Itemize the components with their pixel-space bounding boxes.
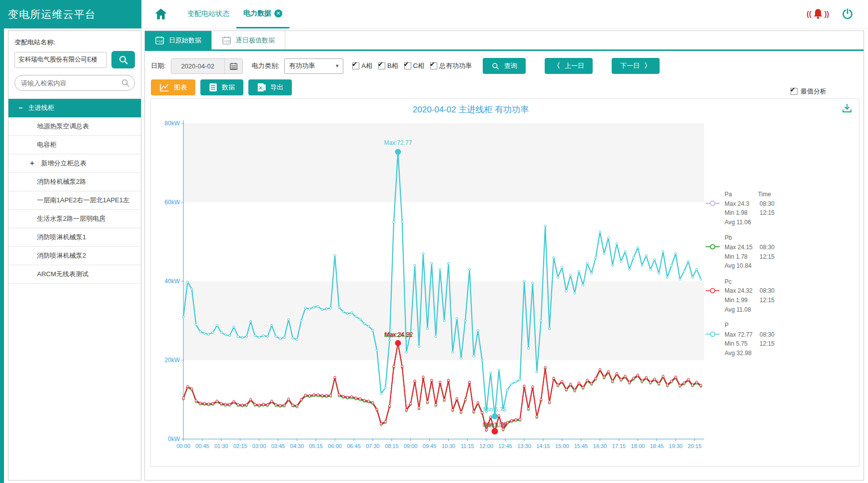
- data-point-marker: [325, 308, 327, 310]
- data-point-marker: [405, 409, 407, 411]
- data-point-marker: [229, 403, 231, 405]
- data-point-marker: [237, 336, 239, 338]
- tree-item[interactable]: 消防栓机械泵2路: [8, 173, 141, 191]
- legend-stat-row: Max 24.308:30: [725, 199, 795, 209]
- legend-stat-row: Max 24.1508:30: [725, 243, 795, 252]
- data-point-marker: [624, 375, 626, 377]
- header-icons: (( )): [807, 7, 868, 20]
- phase-checkbox[interactable]: ✔A相: [352, 61, 372, 70]
- phase-checkbox[interactable]: ✔总有功功率: [430, 61, 472, 70]
- subtab-label: 日原始数据: [169, 36, 201, 45]
- legend-marker-icon: [706, 200, 720, 206]
- station-name-input[interactable]: [14, 52, 107, 68]
- data-point-marker: [557, 384, 559, 386]
- data-point-marker: [334, 377, 336, 379]
- phase-checkbox[interactable]: ✔B相: [378, 61, 398, 70]
- check-icon: ✔: [352, 61, 357, 68]
- data-point-marker: [296, 405, 298, 407]
- checkbox-box[interactable]: ✔: [378, 62, 385, 69]
- data-point-marker: [519, 418, 521, 420]
- query-button[interactable]: 查询: [483, 58, 526, 74]
- collapse-icon[interactable]: −: [18, 104, 22, 112]
- data-point-marker: [317, 394, 319, 396]
- power-icon: [841, 7, 854, 20]
- expand-icon[interactable]: ＋: [28, 159, 35, 168]
- data-point-marker: [191, 288, 193, 290]
- tree-item[interactable]: ＋新增分立柜总表: [8, 154, 141, 173]
- checkbox-box[interactable]: ✔: [404, 62, 411, 69]
- data-point-marker: [182, 397, 184, 399]
- tree-item[interactable]: 一层南1APE2右一层北1APE1左: [8, 191, 141, 210]
- extreme-point-dot: [492, 414, 498, 420]
- next-day-button[interactable]: 下一日 〉: [612, 58, 660, 74]
- alarm-bell-button[interactable]: (( )): [807, 7, 829, 20]
- check-icon: ✔: [378, 61, 383, 68]
- subtab-daily-extreme-data[interactable]: +1M 逐日极值数据: [211, 31, 285, 49]
- phase-checkbox[interactable]: ✔C相: [404, 61, 424, 70]
- x-axis-tick-label: 06:45: [347, 443, 361, 449]
- x-axis-tick-label: 05:15: [309, 443, 323, 449]
- date-picker-button[interactable]: [224, 59, 242, 73]
- data-point-marker: [258, 336, 260, 338]
- tree-item-label: 消防喷淋机械泵1: [37, 233, 86, 242]
- prev-day-button[interactable]: 〈 上一日: [545, 58, 593, 74]
- data-point-marker: [191, 388, 193, 390]
- checkbox-box[interactable]: ✔: [352, 62, 359, 69]
- data-view-button[interactable]: 数据: [200, 79, 243, 95]
- tree-item[interactable]: −主进线柜: [8, 99, 141, 117]
- legend-stat-row: Max 24.3208:30: [725, 286, 795, 296]
- data-point-marker: [296, 339, 298, 341]
- data-point-marker: [292, 337, 294, 339]
- data-point-marker: [275, 404, 277, 406]
- data-point-marker: [641, 380, 643, 382]
- data-point-marker: [624, 251, 626, 253]
- data-point-marker: [523, 280, 525, 282]
- tree-search-input[interactable]: [14, 75, 135, 91]
- data-point-marker: [304, 394, 306, 396]
- data-point-marker: [637, 247, 639, 249]
- tab-close-icon[interactable]: ✕: [274, 9, 282, 17]
- sound-wave-left: ((: [807, 10, 811, 18]
- tree-item[interactable]: 电容柜: [8, 136, 141, 154]
- tab-power-data[interactable]: 电力数据 ✕: [236, 0, 289, 28]
- data-point-marker: [658, 383, 660, 385]
- data-point-marker: [262, 403, 264, 405]
- x-axis-tick-label: 00:00: [176, 443, 190, 449]
- legend-entry-Pc: PcMax 24.3208:30Min 1.9912:15Avg 11.08: [725, 277, 795, 314]
- max-analysis-checkbox[interactable]: ✔ 最值分析: [791, 87, 827, 96]
- data-point-marker: [355, 397, 357, 399]
- data-point-marker: [401, 221, 403, 223]
- power-type-select[interactable]: 有功功率 ▼: [284, 58, 343, 74]
- sidebar: 变配电站名称: −主进线柜地源热泵空调总表电容柜＋新增分立柜总表消防栓机械泵2路…: [8, 30, 141, 481]
- data-point-marker: [477, 330, 479, 332]
- logout-power-button[interactable]: [841, 7, 854, 20]
- data-point-marker: [389, 339, 391, 341]
- data-point-marker: [553, 377, 555, 379]
- tree-item[interactable]: ARCM无线表测试: [8, 265, 141, 284]
- check-icon: ✔: [404, 61, 409, 68]
- date-input[interactable]: [171, 59, 224, 73]
- tree-item[interactable]: 生活水泵2路一层弱电房: [8, 210, 141, 228]
- export-button[interactable]: X 导出: [248, 79, 292, 95]
- chart-view-button[interactable]: 图表: [151, 79, 195, 95]
- home-button[interactable]: [154, 8, 167, 20]
- download-chart-button[interactable]: [842, 103, 852, 115]
- data-point-marker: [692, 384, 694, 386]
- data-point-marker: [565, 388, 567, 390]
- tree-item[interactable]: 消防喷淋机械泵2: [8, 247, 141, 265]
- data-point-marker: [595, 257, 597, 259]
- station-search-button[interactable]: [111, 51, 135, 68]
- data-point-marker: [557, 276, 559, 278]
- data-point-marker: [313, 394, 315, 396]
- tab-station-status[interactable]: 变配电站状态: [180, 0, 236, 28]
- legend-stat-row: Avg 11.06: [725, 218, 795, 227]
- checkbox-box[interactable]: ✔: [430, 62, 437, 69]
- data-point-marker: [250, 399, 252, 401]
- data-point-marker: [469, 268, 471, 270]
- subtab-daily-raw-data[interactable]: +1d 日原始数据: [145, 31, 211, 49]
- tree-item[interactable]: 地源热泵空调总表: [8, 117, 141, 136]
- checkbox-box[interactable]: ✔: [791, 88, 798, 95]
- tree-item[interactable]: 消防喷淋机械泵1: [8, 228, 141, 247]
- legend-series-name: P: [725, 321, 729, 330]
- data-point-marker: [464, 320, 466, 322]
